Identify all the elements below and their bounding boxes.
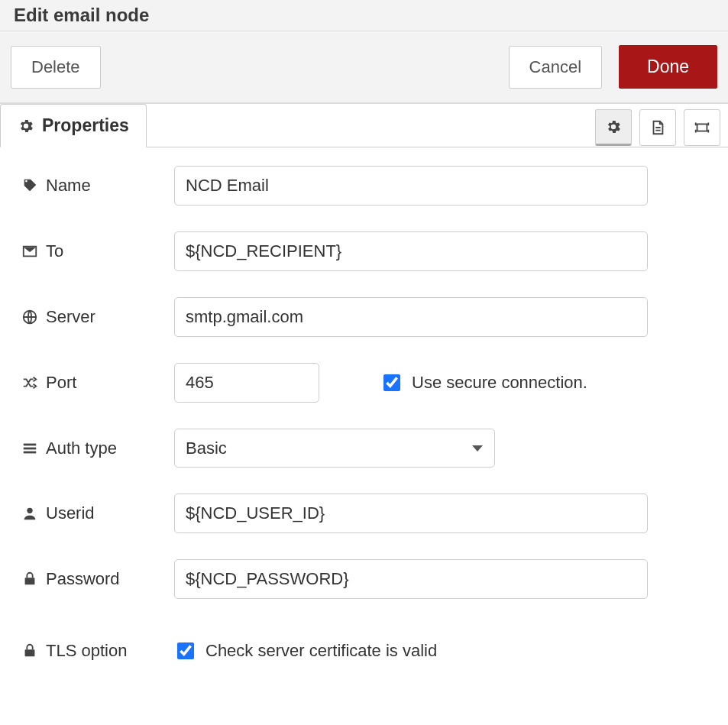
form-area: Name To Server Port bbox=[0, 147, 728, 694]
svg-rect-6 bbox=[25, 578, 35, 584]
secure-label: Use secure connection. bbox=[412, 373, 587, 393]
settings-tab-button[interactable] bbox=[595, 109, 632, 146]
gear-icon bbox=[605, 118, 622, 135]
row-password: Password bbox=[21, 559, 707, 599]
globe-icon bbox=[21, 309, 38, 325]
label-port: Port bbox=[21, 373, 174, 393]
row-authtype: Auth type Basic bbox=[21, 429, 707, 468]
port-input[interactable] bbox=[174, 363, 319, 403]
svg-rect-4 bbox=[24, 451, 37, 453]
appearance-tab-button[interactable] bbox=[684, 109, 720, 146]
tag-icon bbox=[21, 177, 38, 194]
lock-icon bbox=[21, 642, 38, 659]
lock-icon bbox=[21, 571, 38, 587]
row-userid: Userid bbox=[21, 494, 707, 533]
tls-checkbox[interactable] bbox=[177, 642, 194, 659]
svg-point-5 bbox=[27, 508, 32, 513]
label-tls: TLS option bbox=[21, 641, 174, 661]
svg-rect-0 bbox=[697, 124, 707, 131]
secure-checkbox[interactable] bbox=[383, 374, 400, 391]
to-input[interactable] bbox=[174, 231, 648, 271]
delete-button[interactable]: Delete bbox=[11, 46, 101, 89]
row-port: Port Use secure connection. bbox=[21, 363, 707, 403]
row-name: Name bbox=[21, 166, 707, 206]
userid-input[interactable] bbox=[174, 494, 648, 533]
gear-icon bbox=[18, 118, 34, 134]
button-row: Delete Cancel Done bbox=[0, 31, 728, 104]
secure-connection-option[interactable]: Use secure connection. bbox=[380, 372, 587, 393]
tab-icon-buttons bbox=[595, 104, 725, 147]
row-to: To bbox=[21, 231, 707, 271]
server-input[interactable] bbox=[174, 297, 648, 337]
label-name: Name bbox=[21, 176, 174, 196]
svg-rect-2 bbox=[24, 443, 37, 445]
tab-row: Properties bbox=[0, 104, 728, 147]
label-authtype: Auth type bbox=[21, 439, 174, 458]
layout-icon bbox=[694, 119, 710, 136]
tab-properties[interactable]: Properties bbox=[0, 104, 147, 147]
svg-rect-3 bbox=[24, 447, 37, 449]
authtype-select[interactable]: Basic bbox=[174, 429, 495, 468]
description-tab-button[interactable] bbox=[639, 109, 676, 146]
label-server: Server bbox=[21, 307, 174, 327]
tls-check-option[interactable]: Check server certificate is valid bbox=[174, 640, 437, 662]
tls-check-label: Check server certificate is valid bbox=[205, 641, 437, 661]
label-password: Password bbox=[21, 569, 174, 589]
row-server: Server bbox=[21, 297, 707, 337]
label-to: To bbox=[21, 241, 174, 261]
page-title: Edit email node bbox=[14, 5, 149, 25]
header-bar: Edit email node bbox=[0, 0, 728, 31]
shuffle-icon bbox=[21, 374, 38, 391]
done-button[interactable]: Done bbox=[619, 45, 717, 89]
name-input[interactable] bbox=[174, 166, 648, 206]
row-tls: TLS option Check server certificate is v… bbox=[21, 640, 707, 662]
document-icon bbox=[649, 119, 666, 136]
svg-rect-7 bbox=[25, 649, 35, 656]
password-input[interactable] bbox=[174, 559, 648, 599]
bars-icon bbox=[21, 440, 38, 457]
envelope-icon bbox=[21, 243, 38, 260]
tab-label: Properties bbox=[42, 115, 129, 136]
cancel-button[interactable]: Cancel bbox=[509, 46, 602, 89]
user-icon bbox=[21, 505, 38, 522]
label-userid: Userid bbox=[21, 503, 174, 523]
